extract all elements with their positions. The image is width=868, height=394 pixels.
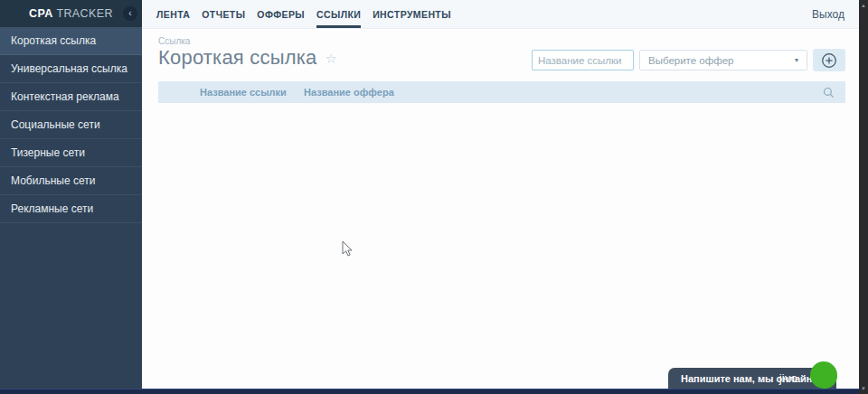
main-tabs: ЛЕНТАОТЧЕТЫОФФЕРЫССЫЛКИИНСТРУМЕНТЫ — [156, 0, 451, 28]
page-title: Короткая ссылка — [158, 46, 316, 70]
app-window: CPA TRACKER ‹ Короткая ссылкаУниверсальн… — [0, 0, 868, 394]
link-name-input[interactable] — [532, 50, 634, 70]
chevron-down-icon: ▾ — [795, 56, 798, 64]
sidebar-item-0[interactable]: Короткая ссылка — [0, 27, 142, 55]
search-icon — [823, 87, 835, 98]
breadcrumb: Ссылка — [158, 36, 190, 46]
table-header-row: Название ссылки Название оффера — [158, 81, 845, 103]
vertical-scrollbar[interactable]: ▲ ▼ — [859, 0, 868, 394]
sidebar-item-4[interactable]: Тизерные сети — [0, 139, 142, 167]
sidebar-item-3[interactable]: Социальные сети — [0, 111, 142, 139]
sidebar-nav: Короткая ссылкаУниверсальная ссылкаКонте… — [0, 27, 142, 223]
jivo-logo: jivo — [779, 372, 797, 385]
page-content: Ссылка Короткая ссылка ☆ Выберите оффер … — [142, 29, 859, 389]
table-search-button[interactable] — [823, 87, 835, 98]
favorite-star-icon[interactable]: ☆ — [325, 52, 336, 65]
column-header-link-name: Название ссылки — [200, 87, 304, 98]
chevron-left-icon: ‹ — [128, 9, 131, 18]
tab-0[interactable]: ЛЕНТА — [156, 0, 190, 28]
add-link-button[interactable] — [813, 49, 845, 71]
column-header-offer-name: Название оффера — [304, 87, 394, 98]
tab-2[interactable]: ОФФЕРЫ — [257, 0, 305, 28]
filter-controls: Выберите оффер ▾ — [532, 49, 845, 71]
main-area: ЛЕНТАОТЧЕТЫОФФЕРЫССЫЛКИИНСТРУМЕНТЫ Выход… — [142, 0, 859, 389]
brand-rest: TRACKER — [53, 7, 113, 20]
window-bottom-edge — [0, 389, 859, 394]
sidebar-item-5[interactable]: Мобильные сети — [0, 167, 142, 195]
offer-select[interactable]: Выберите оффер ▾ — [639, 50, 807, 70]
circled-plus-icon — [821, 52, 837, 69]
sidebar-item-1[interactable]: Универсальная ссылка — [0, 55, 142, 83]
tab-4[interactable]: ИНСТРУМЕНТЫ — [373, 0, 451, 28]
scroll-up-icon[interactable]: ▲ — [861, 0, 866, 11]
sidebar-item-2[interactable]: Контекстная реклама — [0, 83, 142, 111]
title-row: Короткая ссылка ☆ — [158, 46, 337, 70]
tab-3[interactable]: ССЫЛКИ — [316, 0, 361, 28]
top-nav: ЛЕНТАОТЧЕТЫОФФЕРЫССЫЛКИИНСТРУМЕНТЫ Выход — [142, 0, 859, 29]
offer-select-value: Выберите оффер — [648, 55, 733, 66]
scroll-down-icon[interactable]: ▼ — [861, 383, 866, 394]
sidebar: CPA TRACKER ‹ Короткая ссылкаУниверсальн… — [0, 0, 142, 389]
brand-bold: CPA — [29, 7, 53, 20]
sidebar-header: CPA TRACKER ‹ — [0, 0, 142, 27]
tab-1[interactable]: ОТЧЕТЫ — [202, 0, 245, 28]
sidebar-item-6[interactable]: Рекламные сети — [0, 195, 142, 223]
sidebar-collapse-button[interactable]: ‹ — [123, 6, 137, 21]
logout-link[interactable]: Выход — [812, 8, 844, 21]
brand-logo: CPA TRACKER — [29, 7, 113, 20]
jivo-chat-widget[interactable]: Напишите нам, мы онлайн! jivo — [668, 368, 836, 389]
jivo-green-leaf-icon — [810, 361, 837, 389]
